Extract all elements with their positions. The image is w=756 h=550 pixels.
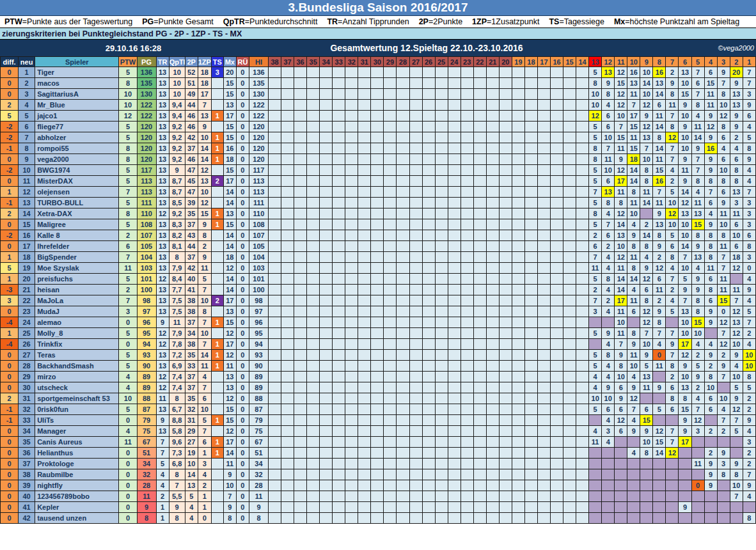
day-cell[interactable] [537, 350, 550, 361]
day-cell[interactable] [512, 67, 524, 78]
day-cell[interactable] [333, 513, 345, 524]
day-cell-md13[interactable]: 5 [589, 361, 602, 372]
day-cell[interactable] [371, 404, 384, 415]
day-cell-md9[interactable] [640, 208, 653, 219]
day-cell-md11[interactable]: 14 [615, 219, 627, 230]
day-cell-md6[interactable]: 14 [679, 187, 691, 198]
day-cell[interactable] [294, 187, 307, 198]
cell-tr[interactable]: 13 [156, 219, 169, 230]
cell-diff[interactable]: 0 [1, 67, 19, 78]
day-cell-md8[interactable]: 12 [653, 426, 666, 437]
cell-2p[interactable]: 49 [185, 89, 198, 100]
day-cell-md6[interactable]: 10 [679, 132, 691, 143]
day-cell[interactable] [281, 132, 294, 143]
day-cell-md2[interactable]: 10 [730, 339, 743, 350]
day-cell-md2[interactable]: 12 [730, 306, 743, 317]
day-cell[interactable] [524, 198, 537, 208]
day-cell[interactable] [397, 372, 409, 382]
day-cell-md8[interactable]: 7 [653, 187, 666, 198]
day-cell[interactable] [345, 502, 358, 513]
cell-pg[interactable]: 135 [137, 78, 156, 89]
day-cell[interactable] [384, 480, 397, 491]
day-cell[interactable] [384, 122, 397, 132]
day-cell[interactable] [281, 154, 294, 165]
day-cell[interactable] [358, 426, 371, 437]
day-cell[interactable] [371, 132, 384, 143]
cell-ru[interactable]: 0 [236, 241, 249, 252]
player-name[interactable]: MaJoLa [35, 295, 119, 306]
day-cell-md12[interactable]: 8 [602, 198, 615, 208]
day-cell[interactable] [281, 426, 294, 437]
day-cell-md3[interactable] [717, 513, 730, 524]
cell-pg[interactable]: 88 [137, 393, 156, 404]
day-cell[interactable] [435, 208, 448, 219]
cell-hi[interactable]: 107 [249, 230, 268, 241]
day-cell-md11[interactable]: 10 [615, 372, 627, 382]
cell-ptw[interactable]: 8 [119, 154, 137, 165]
day-cell[interactable] [281, 393, 294, 404]
day-cell[interactable] [435, 295, 448, 306]
day-cell-md7[interactable]: 2 [666, 67, 679, 78]
day-cell-md1[interactable]: 4 [743, 165, 755, 176]
day-cell-md4[interactable] [704, 491, 717, 502]
day-cell[interactable] [333, 328, 345, 339]
day-cell-md5[interactable]: 11 [691, 198, 704, 208]
day-cell[interactable] [422, 491, 435, 502]
day-cell-md6[interactable]: 10 [679, 328, 691, 339]
day-cell[interactable] [397, 263, 409, 274]
day-cell-md3[interactable]: 4 [717, 404, 730, 415]
day-cell[interactable] [576, 382, 589, 393]
player-name[interactable]: Manager [35, 426, 119, 437]
day-cell[interactable] [268, 426, 281, 437]
day-cell[interactable] [422, 415, 435, 426]
day-cell-md3[interactable]: 12 [717, 317, 730, 328]
day-cell-md4[interactable] [704, 502, 717, 513]
day-cell[interactable] [384, 350, 397, 361]
cell-ru[interactable]: 0 [236, 187, 249, 198]
day-cell[interactable] [345, 89, 358, 100]
day-cell[interactable] [307, 404, 320, 415]
day-cell-md3[interactable]: 7 [717, 372, 730, 382]
player-name[interactable]: BWG1974 [35, 165, 119, 176]
cell-rank[interactable]: 13 [19, 198, 35, 208]
day-cell-md7[interactable]: 7 [666, 437, 679, 448]
day-cell-md2[interactable]: 9 [730, 350, 743, 361]
day-cell-md12[interactable]: 13 [602, 187, 615, 198]
day-cell[interactable] [551, 165, 563, 176]
day-cell[interactable] [524, 448, 537, 459]
day-cell-md1[interactable]: 6 [743, 111, 755, 122]
day-cell[interactable] [448, 111, 461, 122]
day-cell-md11[interactable]: 6 [615, 404, 627, 415]
day-cell[interactable] [563, 143, 576, 154]
day-cell-md10[interactable] [627, 437, 640, 448]
cell-pg[interactable]: 67 [137, 437, 156, 448]
day-cell[interactable] [461, 361, 473, 372]
day-cell-md4[interactable]: 8 [704, 285, 717, 295]
day-cell-md8[interactable]: 6 [653, 274, 666, 285]
day-cell[interactable] [524, 437, 537, 448]
day-cell[interactable] [397, 252, 409, 263]
cell-hi[interactable]: 95 [249, 328, 268, 339]
day-cell-md12[interactable]: 8 [602, 89, 615, 100]
day-cell[interactable] [486, 111, 499, 122]
day-cell-md1[interactable]: 4 [743, 295, 755, 306]
day-cell-md6[interactable] [679, 459, 691, 469]
day-cell[interactable] [358, 372, 371, 382]
day-cell[interactable] [563, 350, 576, 361]
day-cell[interactable] [422, 393, 435, 404]
day-cell-md4[interactable]: 15 [704, 78, 717, 89]
day-cell-md1[interactable]: 2 [743, 404, 755, 415]
day-cell-md11[interactable] [615, 459, 627, 469]
day-cell[interactable] [422, 513, 435, 524]
day-cell-md3[interactable]: 6 [717, 187, 730, 198]
day-cell[interactable] [384, 513, 397, 524]
day-cell[interactable] [358, 404, 371, 415]
day-cell-md8[interactable]: 16 [653, 67, 666, 78]
day-cell[interactable] [307, 154, 320, 165]
day-cell[interactable] [551, 513, 563, 524]
day-cell[interactable] [307, 491, 320, 502]
day-cell[interactable] [320, 285, 333, 295]
day-cell[interactable] [499, 426, 512, 437]
day-cell[interactable] [563, 317, 576, 328]
day-cell[interactable] [268, 480, 281, 491]
